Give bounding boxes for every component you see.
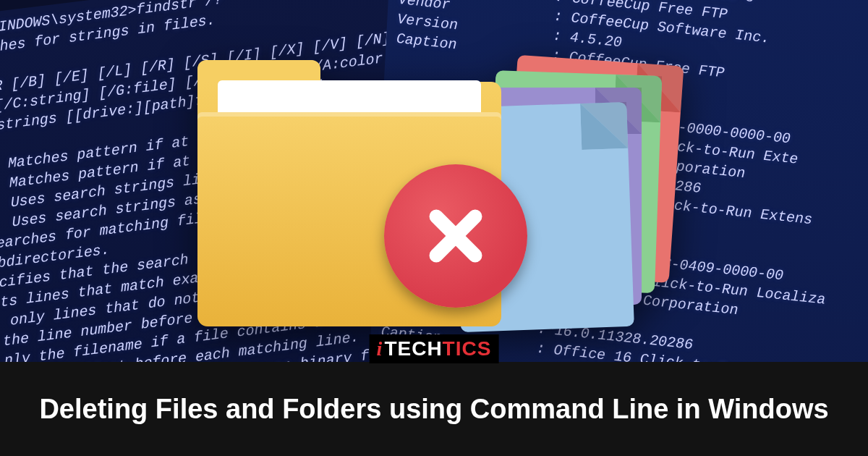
page-title: Deleting Files and Folders using Command… bbox=[22, 394, 846, 425]
page-fold-icon bbox=[580, 102, 628, 150]
delete-badge bbox=[384, 164, 527, 308]
title-banner: iTECHTICS Deleting Files and Folders usi… bbox=[0, 362, 868, 456]
hero-illustration bbox=[184, 40, 684, 344]
site-logo: iTECHTICS bbox=[370, 334, 499, 363]
close-icon bbox=[421, 201, 490, 271]
logo-i: i bbox=[377, 337, 383, 360]
logo-tech: TECH bbox=[384, 337, 442, 360]
logo-tics: TICS bbox=[443, 337, 492, 360]
